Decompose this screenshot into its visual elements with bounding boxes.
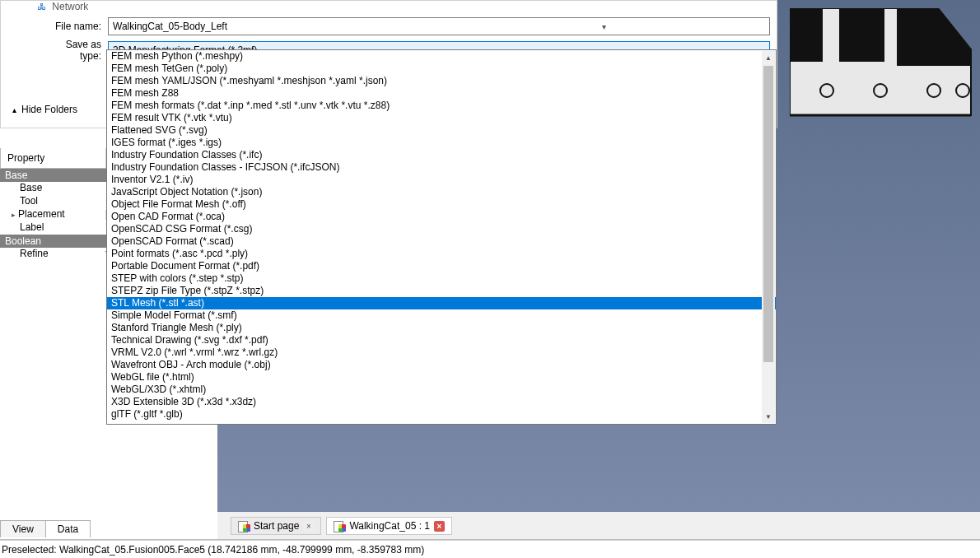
close-icon[interactable]: × xyxy=(303,521,314,532)
property-label: Label xyxy=(20,221,44,233)
scroll-down-button[interactable]: ▼ xyxy=(762,410,775,423)
dropdown-item[interactable]: Object File Format Mesh (*.off) xyxy=(107,198,776,211)
tab-start-label: Start page xyxy=(254,520,299,532)
save-type-dropdown[interactable]: FEM mesh Python (*.meshpy)FEM mesh TetGe… xyxy=(106,49,777,425)
dropdown-item[interactable]: OpenSCAD CSG Format (*.csg) xyxy=(107,223,776,235)
dropdown-item[interactable]: IGES format (*.iges *.igs) xyxy=(107,137,776,149)
chevron-up-icon: ▴ xyxy=(12,105,16,114)
property-label: Tool xyxy=(20,195,38,207)
dropdown-item[interactable]: FEM mesh Python (*.meshpy) xyxy=(107,50,776,63)
dropdown-item[interactable]: Simple Model Format (*.smf) xyxy=(107,309,776,322)
dropdown-item[interactable]: STEPZ zip File Type (*.stpZ *.stpz) xyxy=(107,285,776,297)
dropdown-item[interactable]: glTF (*.gltf *.glb) xyxy=(107,408,776,421)
dropdown-item[interactable]: Wavefront OBJ - Arch module (*.obj) xyxy=(107,359,776,371)
network-icon: 🖧 xyxy=(37,2,46,12)
dropdown-item[interactable]: Flattened SVG (*.svg) xyxy=(107,124,776,137)
dropdown-item[interactable]: X3D Extensible 3D (*.x3d *.x3dz) xyxy=(107,396,776,408)
dropdown-item[interactable]: STEP with colors (*.step *.stp) xyxy=(107,272,776,285)
status-text: Preselected: WalkingCat_05.Fusion005.Fac… xyxy=(2,544,424,556)
tab-walkingcat-label: WalkingCat_05 : 1 xyxy=(349,520,430,532)
dropdown-item[interactable]: Technical Drawing (*.svg *.dxf *.pdf) xyxy=(107,334,776,346)
property-label: Placement xyxy=(18,208,65,220)
status-bar: Preselected: WalkingCat_05.Fusion005.Fac… xyxy=(0,540,980,558)
expand-icon[interactable]: ▸ xyxy=(8,211,18,219)
dropdown-item[interactable]: Industry Foundation Classes - IFCJSON (*… xyxy=(107,161,776,174)
close-icon[interactable]: × xyxy=(434,521,445,532)
hide-folders-button[interactable]: ▴ Hide Folders xyxy=(12,104,77,115)
property-label: Base xyxy=(20,182,42,193)
file-name-combo[interactable]: WalkingCat_05-Body_Left ▾ xyxy=(108,17,770,35)
scroll-thumb[interactable] xyxy=(763,66,773,362)
dropdown-scrollbar[interactable]: ▲ ▼ xyxy=(762,51,775,423)
dropdown-item[interactable]: FEM mesh Z88 xyxy=(107,87,776,100)
dropdown-item[interactable]: Open CAD Format (*.oca) xyxy=(107,211,776,223)
dropdown-item[interactable]: VRML V2.0 (*.wrl *.vrml *.wrz *.wrl.gz) xyxy=(107,346,776,359)
scroll-up-button[interactable]: ▲ xyxy=(762,51,775,64)
svg-marker-1 xyxy=(790,8,823,62)
dropdown-item[interactable]: FEM result VTK (*.vtk *.vtu) xyxy=(107,112,776,124)
dropdown-item[interactable]: Inventor V2.1 (*.iv) xyxy=(107,174,776,186)
document-icon xyxy=(334,520,345,532)
col-property: Property xyxy=(1,148,106,168)
dropdown-item[interactable]: OpenSCAD Format (*.scad) xyxy=(107,235,776,248)
network-label: Network xyxy=(52,1,88,12)
tab-data[interactable]: Data xyxy=(45,520,91,537)
hide-folders-label: Hide Folders xyxy=(21,104,77,115)
dropdown-item[interactable]: Portable Document Format (*.pdf) xyxy=(107,260,776,272)
dropdown-item[interactable]: WebGL/X3D (*.xhtml) xyxy=(107,384,776,396)
save-type-label: Save as type: xyxy=(42,39,101,62)
svg-marker-2 xyxy=(839,8,884,62)
tab-start-page[interactable]: Start page × xyxy=(231,517,321,535)
dropdown-item[interactable]: WebGL file (*.html) xyxy=(107,371,776,384)
chevron-down-icon[interactable]: ▾ xyxy=(441,22,768,31)
dropdown-item[interactable]: FEM mesh formats (*.dat *.inp *.med *.st… xyxy=(107,100,776,112)
document-tabs: Start page × WalkingCat_05 : 1 × xyxy=(231,517,452,535)
dropdown-item[interactable]: JavaScript Object Notation (*.json) xyxy=(107,186,776,198)
dropdown-item[interactable]: Point formats (*.asc *.pcd *.ply) xyxy=(107,248,776,260)
tab-walkingcat[interactable]: WalkingCat_05 : 1 × xyxy=(326,517,452,535)
network-folder[interactable]: 🖧 Network xyxy=(37,1,88,12)
file-name-value: WalkingCat_05-Body_Left xyxy=(113,21,441,32)
dropdown-item[interactable]: Stanford Triangle Mesh (*.ply) xyxy=(107,322,776,334)
dropdown-item[interactable]: FEM mesh YAML/JSON (*.meshyaml *.meshjso… xyxy=(107,75,776,87)
file-name-label: File name: xyxy=(50,21,101,32)
svg-marker-3 xyxy=(897,8,971,66)
dropdown-item[interactable]: FEM mesh TetGen (*.poly) xyxy=(107,63,776,75)
dropdown-item[interactable]: Industry Foundation Classes (*.ifc) xyxy=(107,149,776,161)
tab-view[interactable]: View xyxy=(0,520,46,537)
document-icon xyxy=(238,520,250,532)
property-label: Refine xyxy=(20,248,49,259)
dropdown-item[interactable]: STL Mesh (*.stl *.ast) xyxy=(107,297,776,309)
